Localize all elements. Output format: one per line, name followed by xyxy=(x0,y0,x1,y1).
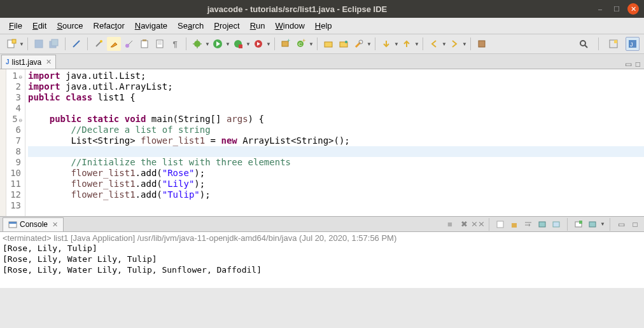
menu-edit[interactable]: Edit xyxy=(27,18,52,33)
word-wrap-icon[interactable] xyxy=(522,219,535,230)
perspective-java-icon[interactable]: J xyxy=(626,37,640,51)
terminate-icon[interactable]: ■ xyxy=(444,219,456,230)
maximize-button[interactable]: ☐ xyxy=(611,3,622,15)
remove-all-icon[interactable]: ⨯⨯ xyxy=(472,219,484,230)
next-ann-dropdown[interactable]: ▼ xyxy=(394,41,399,47)
console-tab-close-icon[interactable]: ✕ xyxy=(52,221,58,229)
editor-minimize-icon[interactable]: ▭ xyxy=(625,60,632,69)
svg-rect-36 xyxy=(539,222,545,227)
tab-close-icon[interactable]: ✕ xyxy=(46,58,52,66)
remove-launch-icon[interactable]: ✖ xyxy=(458,219,470,230)
run-icon[interactable] xyxy=(211,37,225,51)
svg-rect-37 xyxy=(553,222,559,227)
search-file-dropdown[interactable]: ▼ xyxy=(367,41,372,47)
forward-dropdown[interactable]: ▼ xyxy=(462,41,467,47)
open-task-icon[interactable] xyxy=(337,37,351,51)
svg-rect-35 xyxy=(512,223,517,228)
run-dropdown[interactable]: ▼ xyxy=(225,41,230,47)
open-type-icon[interactable] xyxy=(321,37,335,51)
search-file-icon[interactable] xyxy=(352,37,366,51)
svg-rect-29 xyxy=(614,40,617,43)
console-output[interactable]: <terminated> list1 [Java Application] /u… xyxy=(0,232,644,288)
svg-rect-34 xyxy=(497,221,503,228)
pin-console-icon[interactable] xyxy=(550,219,563,230)
console-minimize-icon[interactable]: ▭ xyxy=(615,219,627,230)
main-toolbar: ▼ ¶ ▼ ▼ ▼ ▼ + C+ ▼ ▼ ▼ ▼ ▼ ▼ J xyxy=(0,34,644,54)
console-tab-bar: Console ✕ ■ ✖ ⨯⨯ ▼ ▭ □ xyxy=(0,217,644,232)
menu-navigate[interactable]: Navigate xyxy=(130,18,172,33)
scroll-lock-icon[interactable] xyxy=(508,219,521,230)
coverage-icon[interactable] xyxy=(231,37,245,51)
svg-point-24 xyxy=(345,41,347,43)
brush-icon[interactable] xyxy=(122,37,136,51)
window-titlebar: javacode - tutorials/src/list1.java - Ec… xyxy=(0,0,644,18)
editor-tab-bar: J list1.java ✕ ▭ □ xyxy=(0,54,644,69)
ext-tools-dropdown[interactable]: ▼ xyxy=(266,41,271,47)
new-class-icon[interactable]: C+ xyxy=(294,37,308,51)
doc-icon[interactable] xyxy=(153,37,167,51)
debug-icon[interactable] xyxy=(190,37,204,51)
svg-rect-2 xyxy=(35,40,43,48)
svg-rect-7 xyxy=(141,41,148,48)
minimize-button[interactable]: – xyxy=(594,3,606,15)
search-icon[interactable] xyxy=(577,37,591,51)
console-tab[interactable]: Console ✕ xyxy=(3,217,64,231)
highlight-icon[interactable] xyxy=(107,37,121,51)
next-ann-icon[interactable] xyxy=(379,37,393,51)
console-line: [Rose, Lily, Water Lily, Tulip, Sunflowe… xyxy=(3,264,641,275)
code-editor[interactable]: 1⊖ 2 3 4 5⊖ 6 7 8 9 10 11 12 13 import j… xyxy=(0,69,644,217)
pin-icon[interactable] xyxy=(475,37,489,51)
coverage-dropdown[interactable]: ▼ xyxy=(246,41,251,47)
clear-console-icon[interactable] xyxy=(494,219,507,230)
save-icon[interactable] xyxy=(32,37,46,51)
back-icon[interactable] xyxy=(427,37,441,51)
link-icon[interactable] xyxy=(69,37,83,51)
java-file-icon: J xyxy=(6,58,10,65)
save-all-icon[interactable] xyxy=(47,37,61,51)
back-dropdown[interactable]: ▼ xyxy=(442,41,447,47)
line-number-gutter: 1⊖ 2 3 4 5⊖ 6 7 8 9 10 11 12 13 xyxy=(6,69,25,216)
new-icon[interactable] xyxy=(4,37,18,51)
perspective-open-icon[interactable] xyxy=(606,37,620,51)
menu-help[interactable]: Help xyxy=(310,18,337,33)
editor-maximize-icon[interactable]: □ xyxy=(636,60,640,69)
menu-refactor[interactable]: Refactor xyxy=(88,18,130,33)
svg-rect-22 xyxy=(325,42,332,47)
marker-bar xyxy=(0,69,6,216)
display-console-icon[interactable] xyxy=(572,219,585,230)
menu-search[interactable]: Search xyxy=(172,18,209,33)
clipboard-icon[interactable] xyxy=(137,37,151,51)
new-class-dropdown[interactable]: ▼ xyxy=(309,41,314,47)
open-console-icon[interactable] xyxy=(586,219,599,230)
debug-dropdown[interactable]: ▼ xyxy=(205,41,210,47)
console-maximize-icon[interactable]: □ xyxy=(629,219,641,230)
menu-project[interactable]: Project xyxy=(209,18,244,33)
new-package-icon[interactable]: + xyxy=(279,37,293,51)
new-dropdown[interactable]: ▼ xyxy=(19,41,24,47)
close-button[interactable]: ✕ xyxy=(627,3,639,15)
paragraph-icon[interactable]: ¶ xyxy=(168,37,182,51)
editor-tab-label: list1.java xyxy=(12,58,42,67)
code-content[interactable]: import java.util.List; import java.util.… xyxy=(25,69,644,216)
prev-ann-icon[interactable] xyxy=(400,37,414,51)
menu-window[interactable]: Window xyxy=(270,18,310,33)
ext-tools-icon[interactable] xyxy=(251,37,265,51)
svg-rect-1 xyxy=(12,39,16,43)
prev-ann-dropdown[interactable]: ▼ xyxy=(414,41,419,47)
svg-point-5 xyxy=(100,40,102,43)
editor-tab-list1[interactable]: J list1.java ✕ xyxy=(1,55,56,69)
menu-bar: File Edit Source Refactor Navigate Searc… xyxy=(0,18,644,34)
menu-file[interactable]: File xyxy=(4,18,27,33)
svg-text:+: + xyxy=(287,39,290,44)
svg-rect-15 xyxy=(239,44,242,48)
svg-rect-8 xyxy=(143,39,146,41)
forward-icon[interactable] xyxy=(447,37,461,51)
svg-text:+: + xyxy=(302,39,305,44)
console-run-header: <terminated> list1 [Java Application] /u… xyxy=(3,233,641,243)
menu-run[interactable]: Run xyxy=(245,18,270,33)
open-console-dropdown[interactable]: ▼ xyxy=(600,221,605,227)
menu-source[interactable]: Source xyxy=(52,18,88,33)
show-console-icon[interactable] xyxy=(536,219,549,230)
wand-icon[interactable] xyxy=(92,37,106,51)
svg-rect-39 xyxy=(579,221,582,224)
